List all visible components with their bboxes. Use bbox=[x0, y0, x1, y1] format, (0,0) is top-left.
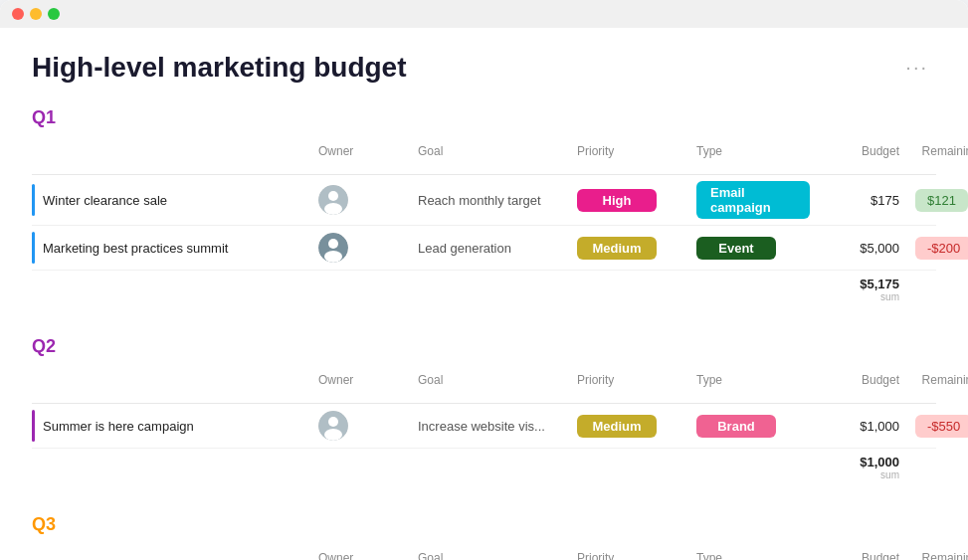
col-goal: Goal bbox=[410, 369, 569, 399]
q2-sum-row: $1,000 sum -$550 sum bbox=[32, 449, 936, 486]
q2-section: Q2 Owner Goal Priority Type Budget Remai… bbox=[32, 336, 936, 486]
col-budget: Budget bbox=[818, 547, 907, 560]
q2-table-header: Owner Goal Priority Type Budget Remainin… bbox=[32, 365, 936, 404]
q2-sum-remaining: -$550 sum bbox=[907, 453, 968, 482]
goal-cell: Increase website vis... bbox=[410, 413, 569, 440]
q2-table: Owner Goal Priority Type Budget Remainin… bbox=[32, 365, 936, 486]
svg-point-8 bbox=[324, 429, 342, 441]
q1-sum-remaining: -$79 sum bbox=[907, 275, 968, 304]
q2-title: Q2 bbox=[32, 336, 936, 357]
close-dot[interactable] bbox=[12, 8, 24, 20]
more-options-button[interactable]: ··· bbox=[897, 52, 936, 83]
q1-title: Q1 bbox=[32, 107, 936, 128]
goal-cell: Reach monthly target bbox=[410, 187, 569, 214]
main-content: High-level marketing budget ··· Q1 Owner… bbox=[0, 28, 968, 560]
budget-cell: $1,000 bbox=[818, 413, 907, 440]
campaign-name: Marketing best practices summit bbox=[43, 241, 228, 256]
priority-badge: Medium bbox=[577, 415, 657, 438]
col-type: Type bbox=[688, 547, 818, 560]
budget-cell: $5,000 bbox=[818, 235, 907, 262]
table-row: Marketing best practices summit Lead gen… bbox=[32, 226, 936, 271]
svg-point-2 bbox=[324, 203, 342, 215]
avatar bbox=[318, 411, 348, 441]
col-budget: Budget bbox=[818, 140, 907, 170]
maximize-dot[interactable] bbox=[48, 8, 60, 20]
remaining-badge: -$200 bbox=[915, 237, 968, 260]
svg-point-4 bbox=[328, 239, 338, 249]
campaign-cell: Marketing best practices summit bbox=[32, 226, 310, 270]
page-header: High-level marketing budget ··· bbox=[32, 52, 936, 84]
q1-table-header: Owner Goal Priority Type Budget Remainin… bbox=[32, 136, 936, 175]
q3-table-header: Owner Goal Priority Type Budget Remainin… bbox=[32, 543, 936, 560]
type-cell: Brand bbox=[688, 409, 818, 444]
q1-sum-row: $5,175 sum -$79 sum bbox=[32, 271, 936, 308]
svg-point-1 bbox=[328, 191, 338, 201]
col-owner: Owner bbox=[310, 547, 410, 560]
col-priority: Priority bbox=[569, 369, 688, 399]
campaign-name: Summer is here campaign bbox=[43, 419, 194, 434]
remaining-badge: -$550 bbox=[915, 415, 968, 438]
table-row: Summer is here campaign Increase website… bbox=[32, 404, 936, 449]
type-badge: Event bbox=[696, 237, 776, 260]
col-campaign bbox=[32, 140, 310, 170]
svg-point-7 bbox=[328, 417, 338, 427]
priority-cell: High bbox=[569, 183, 688, 218]
owner-cell bbox=[310, 179, 410, 221]
app-window: High-level marketing budget ··· Q1 Owner… bbox=[0, 0, 968, 560]
title-bar bbox=[0, 0, 968, 28]
campaign-bar bbox=[32, 184, 35, 216]
priority-cell: Medium bbox=[569, 409, 688, 444]
q1-section: Q1 Owner Goal Priority Type Budget Remai… bbox=[32, 107, 936, 308]
col-remaining: Remaining budget bbox=[907, 547, 968, 560]
col-owner: Owner bbox=[310, 140, 410, 170]
priority-badge: High bbox=[577, 189, 657, 212]
campaign-cell: Summer is here campaign bbox=[32, 404, 310, 448]
avatar bbox=[318, 233, 348, 263]
col-remaining: Remaining budget bbox=[907, 369, 968, 399]
type-cell: Email campaign bbox=[688, 175, 818, 225]
remaining-cell: -$550 bbox=[907, 413, 968, 440]
type-badge: Brand bbox=[696, 415, 776, 438]
goal-cell: Lead generation bbox=[410, 235, 569, 262]
avatar bbox=[318, 185, 348, 215]
campaign-name: Winter clearance sale bbox=[43, 193, 167, 208]
q2-sum-budget: $1,000 sum bbox=[818, 453, 907, 482]
col-campaign bbox=[32, 369, 310, 399]
remaining-cell: -$200 bbox=[907, 235, 968, 262]
owner-cell bbox=[310, 227, 410, 269]
col-budget: Budget bbox=[818, 369, 907, 399]
remaining-cell: $121 bbox=[907, 187, 968, 214]
type-badge: Email campaign bbox=[696, 181, 810, 219]
campaign-bar bbox=[32, 232, 35, 264]
priority-cell: Medium bbox=[569, 231, 688, 266]
q1-table: Owner Goal Priority Type Budget Remainin… bbox=[32, 136, 936, 308]
q3-section: Q3 Owner Goal Priority Type Budget Remai… bbox=[32, 514, 936, 560]
remaining-badge: $121 bbox=[915, 189, 968, 212]
col-goal: Goal bbox=[410, 547, 569, 560]
owner-cell bbox=[310, 405, 410, 447]
type-cell: Event bbox=[688, 231, 818, 266]
col-priority: Priority bbox=[569, 547, 688, 560]
budget-cell: $175 bbox=[818, 187, 907, 214]
q1-sum-budget: $5,175 sum bbox=[818, 275, 907, 304]
svg-point-5 bbox=[324, 251, 342, 263]
priority-badge: Medium bbox=[577, 237, 657, 260]
col-owner: Owner bbox=[310, 369, 410, 399]
campaign-bar bbox=[32, 410, 35, 442]
minimize-dot[interactable] bbox=[30, 8, 42, 20]
page-title: High-level marketing budget bbox=[32, 52, 407, 84]
col-type: Type bbox=[688, 369, 818, 399]
col-campaign bbox=[32, 547, 310, 560]
campaign-cell: Winter clearance sale bbox=[32, 178, 310, 222]
q3-table: Owner Goal Priority Type Budget Remainin… bbox=[32, 543, 936, 560]
table-row: Winter clearance sale Reach monthly targ… bbox=[32, 175, 936, 226]
col-priority: Priority bbox=[569, 140, 688, 170]
col-type: Type bbox=[688, 140, 818, 170]
col-goal: Goal bbox=[410, 140, 569, 170]
col-remaining: Remaining budget bbox=[907, 140, 968, 170]
q3-title: Q3 bbox=[32, 514, 936, 535]
